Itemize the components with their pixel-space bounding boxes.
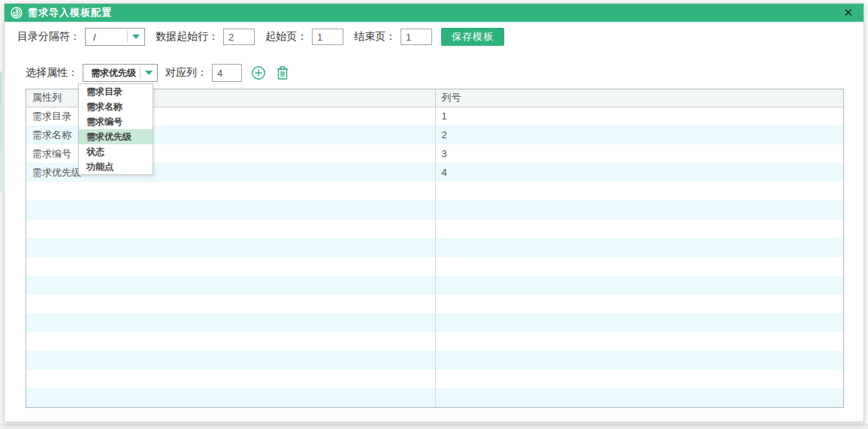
table-row[interactable] <box>26 276 843 295</box>
column-number-cell <box>435 332 843 351</box>
data-start-row-input[interactable] <box>223 29 255 45</box>
attribute-cell <box>26 332 435 351</box>
column-number-cell: 2 <box>435 125 843 144</box>
column-number-cell <box>435 238 843 257</box>
attribute-cell <box>26 219 435 238</box>
column-number-cell <box>435 388 843 407</box>
separator-select-value: / <box>86 32 127 43</box>
column-number-cell <box>435 370 843 388</box>
swirl-logo-icon <box>11 7 23 19</box>
background-artifact <box>0 71 2 192</box>
table-row[interactable] <box>26 388 843 407</box>
column-number-header: 列号 <box>435 89 843 107</box>
dropdown-option[interactable]: 功能点 <box>79 159 153 174</box>
dropdown-option[interactable]: 需求优先级 <box>79 129 153 144</box>
chevron-down-icon[interactable] <box>128 35 144 39</box>
attribute-cell <box>26 276 435 295</box>
column-number-cell <box>435 257 843 276</box>
plus-circle-icon <box>251 65 266 80</box>
table-row[interactable] <box>26 351 843 370</box>
dialog-titlebar: 需求导入模板配置 ✕ <box>5 4 863 22</box>
template-settings-row: 目录分隔符： / 数据起始行： 起始页： 结束页： 保存模板 <box>17 27 504 47</box>
table-row[interactable] <box>26 295 843 313</box>
dropdown-option[interactable]: 需求名称 <box>79 99 153 114</box>
trash-icon <box>276 65 289 80</box>
table-row[interactable] <box>26 182 843 201</box>
table-row[interactable] <box>26 219 843 238</box>
attribute-cell <box>26 238 435 257</box>
import-template-dialog: 需求导入模板配置 ✕ 目录分隔符： / 数据起始行： 起始页： 结束页： 保存模… <box>4 3 864 422</box>
attribute-cell <box>26 351 435 370</box>
attribute-select-value: 需求优先级 <box>83 67 140 80</box>
attribute-cell <box>26 182 435 201</box>
column-number-cell <box>435 295 843 313</box>
column-number-cell <box>435 276 843 295</box>
table-row[interactable] <box>26 238 843 257</box>
attribute-cell <box>26 201 435 219</box>
delete-mapping-button[interactable] <box>275 65 290 80</box>
column-number-cell <box>435 351 843 370</box>
table-row[interactable] <box>26 332 843 351</box>
start-page-input[interactable] <box>312 29 343 45</box>
table-row[interactable] <box>26 257 843 276</box>
attribute-dropdown-list: 需求目录需求名称需求编号需求优先级状态功能点 <box>78 83 153 175</box>
end-page-input[interactable] <box>401 29 432 45</box>
column-number-cell <box>435 201 843 219</box>
attribute-cell <box>26 370 435 388</box>
close-icon[interactable]: ✕ <box>839 4 857 22</box>
attribute-cell <box>26 388 435 407</box>
attribute-cell <box>26 257 435 276</box>
attribute-cell <box>26 313 435 332</box>
column-number-cell <box>435 182 843 201</box>
dropdown-option[interactable]: 状态 <box>79 144 153 159</box>
start-page-label: 起始页： <box>265 30 307 44</box>
dropdown-option[interactable]: 需求目录 <box>79 84 153 99</box>
column-number-cell <box>435 313 843 332</box>
table-row[interactable] <box>26 370 843 388</box>
chevron-down-icon[interactable] <box>141 71 157 75</box>
add-mapping-button[interactable] <box>251 65 266 80</box>
column-number-cell <box>435 219 843 238</box>
separator-select[interactable]: / <box>85 28 145 46</box>
separator-label: 目录分隔符： <box>17 30 80 44</box>
dialog-title: 需求导入模板配置 <box>28 6 839 20</box>
data-start-row-label: 数据起始行： <box>156 30 219 44</box>
column-number-cell: 4 <box>435 163 843 182</box>
table-row[interactable] <box>26 313 843 332</box>
table-row[interactable] <box>26 201 843 219</box>
attribute-select[interactable]: 需求优先级 <box>83 64 158 82</box>
page: 需求导入模板配置 ✕ 目录分隔符： / 数据起始行： 起始页： 结束页： 保存模… <box>0 0 868 429</box>
dropdown-option[interactable]: 需求编号 <box>79 114 153 129</box>
column-input[interactable] <box>212 64 242 82</box>
end-page-label: 结束页： <box>354 30 396 44</box>
column-number-cell: 1 <box>435 107 843 125</box>
select-attribute-label: 选择属性： <box>26 66 78 80</box>
attribute-mapping-row: 选择属性： 需求优先级 对应列： <box>26 63 290 83</box>
save-template-button[interactable]: 保存模板 <box>441 28 504 46</box>
underlying-page-strip <box>0 424 868 429</box>
column-number-cell: 3 <box>435 144 843 163</box>
column-label: 对应列： <box>165 66 207 80</box>
attribute-cell <box>26 295 435 313</box>
